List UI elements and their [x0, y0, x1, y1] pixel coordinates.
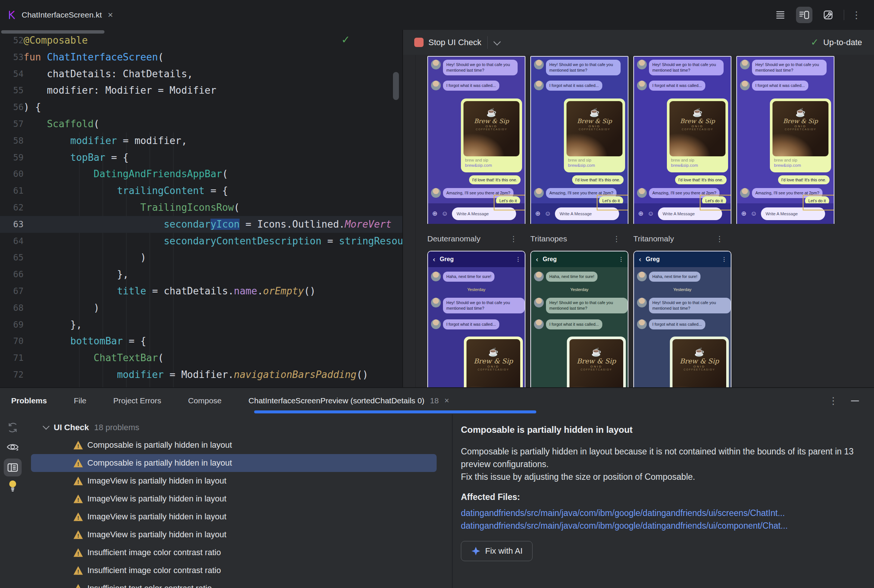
split-view-icon[interactable] — [796, 7, 812, 23]
preview-row1-card[interactable]: Hey! Should we go to that cafe you menti… — [530, 56, 628, 224]
line-number[interactable]: 70 — [0, 333, 24, 350]
code-line-row[interactable]: 57 Scaffold( — [0, 116, 402, 132]
code-line-row[interactable]: 67 title = chatDetails.name.orEmpty() — [0, 283, 402, 300]
code-line-row[interactable]: 66 }, — [0, 266, 402, 283]
chat-menu-icon[interactable]: ⋮ — [721, 256, 727, 262]
panel-tab-file[interactable]: File — [74, 396, 87, 405]
vertical-scrollbar[interactable] — [393, 72, 399, 100]
code-line-row[interactable]: 58 modifier = modifier, — [0, 132, 402, 149]
line-number[interactable]: 67 — [0, 283, 24, 300]
code-line-row[interactable]: 54 chatDetails: ChatDetails, — [0, 66, 402, 82]
problem-item[interactable]: !Composable is partially hidden in layou… — [31, 454, 437, 472]
preview-row1-card[interactable]: Hey! Should we go to that cafe you menti… — [736, 56, 835, 224]
line-number[interactable]: 53 — [0, 49, 24, 66]
code-line[interactable]: modifier = modifier, — [24, 132, 187, 149]
code-line-row[interactable]: 60 DatingAndFriendsAppBar( — [0, 166, 402, 183]
code-line-row[interactable]: 65 ) — [0, 249, 402, 266]
preview-row2-card[interactable]: ‹Greg⋮Haha, next time for sure!Yesterday… — [427, 251, 526, 387]
preview-tab-close-icon[interactable]: × — [445, 396, 449, 405]
code-line-row[interactable]: 61 trailingContent = { — [0, 183, 402, 199]
problem-item[interactable]: !Composable is partially hidden in layou… — [26, 436, 452, 454]
problem-item[interactable]: !Insufficient image color contrast ratio — [26, 561, 452, 579]
line-number[interactable]: 58 — [0, 132, 24, 149]
code-editor[interactable]: 52@Composable53fun ChatInterfaceScreen(5… — [0, 30, 403, 387]
chat-menu-icon[interactable]: ⋮ — [515, 256, 521, 262]
line-number[interactable]: 61 — [0, 183, 24, 199]
line-number[interactable]: 55 — [0, 82, 24, 99]
code-line[interactable]: fun ChatInterfaceScreen( — [24, 49, 164, 66]
line-number[interactable]: 57 — [0, 116, 24, 132]
problem-item[interactable]: !Insufficient image color contrast ratio — [26, 544, 452, 561]
code-line[interactable]: ) { — [24, 99, 41, 116]
code-line[interactable]: ChatTextBar( — [24, 350, 164, 366]
code-line[interactable]: chatDetails: ChatDetails, — [24, 66, 193, 82]
file-tab[interactable]: ChatInterfaceScreen.kt × — [0, 0, 117, 30]
emoji-icon[interactable]: ☺ — [442, 210, 448, 218]
preview-row2-card[interactable]: ‹Greg⋮Haha, next time for sure!Yesterday… — [633, 251, 731, 387]
problems-group-header[interactable]: UI Check18 problems — [26, 418, 452, 436]
back-icon[interactable]: ‹ — [536, 255, 538, 263]
line-number[interactable]: 71 — [0, 350, 24, 366]
code-line-row[interactable]: 55 modifier: Modifier = Modifier — [0, 82, 402, 99]
code-line[interactable]: secondaryIcon = Icons.Outlined.MoreVert — [24, 216, 392, 233]
design-view-icon[interactable] — [820, 7, 836, 23]
preview-kebab-menu-icon[interactable]: ⋮ — [510, 234, 517, 243]
line-number[interactable]: 54 — [0, 66, 24, 82]
code-line[interactable]: DatingAndFriendsAppBar( — [24, 166, 228, 183]
problem-item[interactable]: !ImageView is partially hidden in layout — [26, 526, 452, 544]
emoji-icon[interactable]: ☺ — [647, 210, 654, 218]
add-icon[interactable]: ⊕ — [535, 210, 541, 218]
code-view-icon[interactable] — [772, 7, 788, 23]
add-icon[interactable]: ⊕ — [432, 210, 437, 218]
code-line[interactable]: secondaryContentDescription = stringReso… — [24, 233, 403, 250]
inspections-ok-icon[interactable]: ✓ — [341, 34, 350, 46]
code-line-row[interactable]: 70 bottomBar = { — [0, 333, 402, 350]
line-number[interactable]: 64 — [0, 233, 24, 250]
preview-kebab-menu-icon[interactable]: ⋮ — [613, 234, 620, 243]
code-line[interactable]: title = chatDetails.name.orEmpty() — [24, 283, 316, 300]
code-line-row[interactable]: 53fun ChatInterfaceScreen( — [0, 49, 402, 66]
panel-tab-problems[interactable]: Problems — [11, 396, 47, 405]
refresh-icon[interactable] — [6, 421, 20, 434]
code-line[interactable]: ) — [24, 300, 100, 316]
affected-file-link[interactable]: datingandfriends/src/main/java/com/ibm/g… — [461, 519, 863, 532]
panel-tab-project-errors[interactable]: Project Errors — [113, 396, 161, 405]
panel-kebab-menu-icon[interactable]: ⋮ — [829, 396, 838, 405]
problem-item[interactable]: !ImageView is partially hidden in layout — [26, 472, 452, 490]
collapse-chevron-icon[interactable] — [42, 423, 49, 429]
back-icon[interactable]: ‹ — [639, 255, 641, 263]
chevron-down-icon[interactable] — [493, 38, 501, 45]
line-number[interactable]: 65 — [0, 249, 24, 266]
preview-filter-eye-icon[interactable] — [6, 440, 20, 454]
code-line[interactable]: topBar = { — [24, 149, 129, 166]
code-area[interactable]: 52@Composable53fun ChatInterfaceScreen(5… — [0, 32, 402, 387]
affected-file-link[interactable]: datingandfriends/src/main/java/com/ibm/g… — [461, 507, 863, 519]
back-icon[interactable]: ‹ — [433, 255, 435, 263]
problem-item[interactable]: !ImageView is partially hidden in layout — [26, 508, 452, 526]
preview-row1-card[interactable]: Hey! Should we go to that cafe you menti… — [427, 56, 526, 224]
code-line[interactable]: @Composable — [24, 32, 88, 49]
main-kebab-menu-icon[interactable]: ⋮ — [851, 10, 861, 20]
details-view-icon[interactable] — [4, 459, 22, 477]
line-number[interactable]: 52 — [0, 32, 24, 49]
preview-row2-card[interactable]: ‹Greg⋮Haha, next time for sure!Yesterday… — [530, 251, 628, 387]
minimize-icon[interactable] — [851, 400, 859, 402]
problem-item[interactable]: !Insufficient text color contrast ratio — [26, 579, 452, 588]
code-line[interactable]: }, — [24, 266, 129, 283]
code-line-row[interactable]: 63 secondaryIcon = Icons.Outlined.MoreVe… — [0, 216, 402, 233]
code-line[interactable]: TrailingIconsRow( — [24, 199, 240, 216]
link-card-url[interactable]: brew&sip.com — [774, 163, 829, 168]
line-number[interactable]: 59 — [0, 149, 24, 166]
problem-item[interactable]: !ImageView is partially hidden in layout — [26, 490, 452, 508]
emoji-icon[interactable]: ☺ — [751, 210, 757, 218]
preview-canvas[interactable]: Hey! Should we go to that cafe you menti… — [403, 55, 874, 387]
lightbulb-icon[interactable] — [6, 479, 20, 492]
code-line[interactable]: modifier = Modifier.navigationBarsPaddin… — [24, 366, 368, 383]
stop-ui-check-button[interactable]: Stop UI Check — [428, 38, 481, 47]
code-line[interactable]: Scaffold( — [24, 116, 100, 132]
link-card-url[interactable]: brew&sip.com — [671, 163, 725, 168]
add-icon[interactable]: ⊕ — [741, 210, 746, 218]
line-number[interactable]: 62 — [0, 199, 24, 216]
code-line-row[interactable]: 64 secondaryContentDescription = stringR… — [0, 233, 402, 250]
stop-icon[interactable] — [414, 38, 423, 47]
